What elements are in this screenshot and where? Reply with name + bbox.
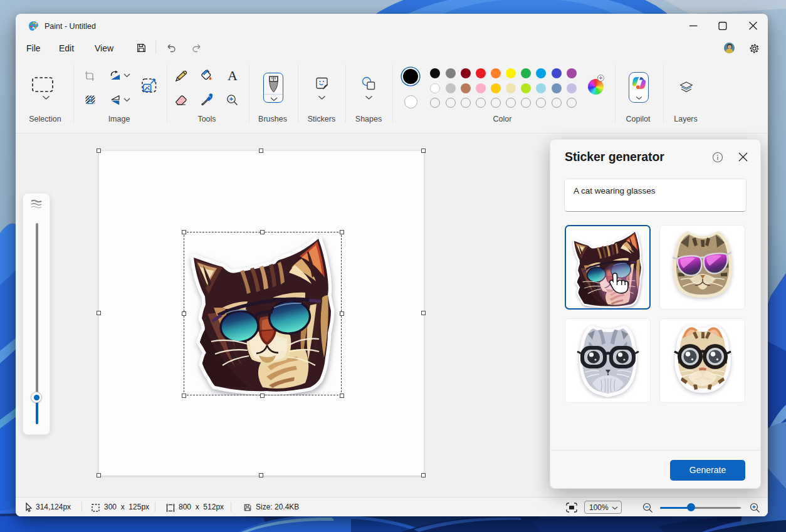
- svg-text:A: A: [228, 70, 238, 82]
